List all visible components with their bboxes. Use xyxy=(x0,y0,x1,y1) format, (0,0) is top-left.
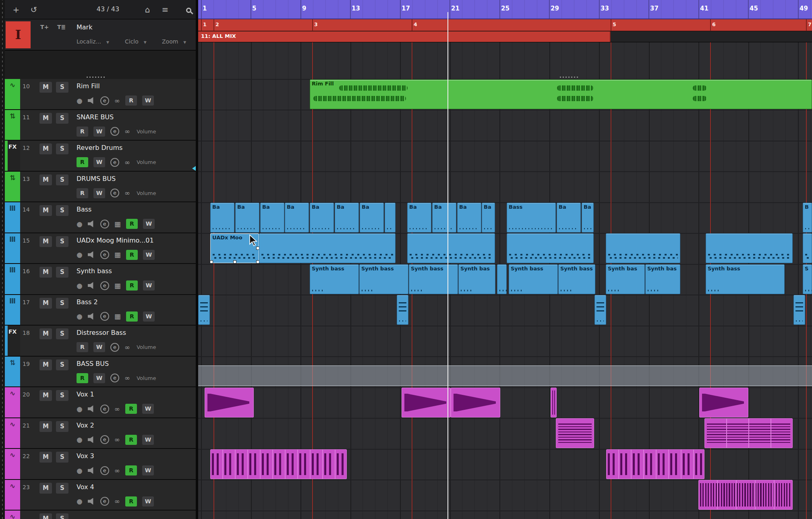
monitor-icon[interactable] xyxy=(88,467,95,474)
clip-handle[interactable] xyxy=(233,260,236,264)
write-automation-button[interactable]: W xyxy=(93,188,105,198)
midi-clip[interactable] xyxy=(397,295,408,325)
write-automation-button[interactable]: W xyxy=(142,496,154,507)
mute-button[interactable]: M xyxy=(39,483,52,494)
record-arm-icon[interactable]: ● xyxy=(77,496,83,506)
read-automation-button[interactable]: R xyxy=(77,342,88,352)
read-automation-button[interactable]: R xyxy=(77,157,88,167)
track-row[interactable]: ⇅13MSDRUMS BUSRWe∞Volume xyxy=(5,172,196,203)
record-arm-icon[interactable]: ● xyxy=(77,311,83,321)
midi-clip[interactable]: Ba xyxy=(457,203,481,233)
write-automation-button[interactable]: W xyxy=(93,157,105,167)
track-row[interactable]: ⇅19MSBASS BUSRWe∞Volume xyxy=(5,357,196,388)
track-row[interactable]: FX18MSDistressor BassRWe∞Volume xyxy=(5,326,196,357)
mute-button[interactable]: M xyxy=(39,143,52,154)
read-automation-button[interactable]: R xyxy=(126,250,138,260)
edit-channel-icon[interactable]: e xyxy=(100,281,109,290)
write-automation-button[interactable]: W xyxy=(143,219,155,229)
read-automation-button[interactable]: R xyxy=(77,373,88,383)
edit-channel-icon[interactable]: e xyxy=(100,250,109,259)
record-arm-icon[interactable]: ● xyxy=(77,435,83,444)
edit-channel-icon[interactable]: e xyxy=(100,435,109,444)
edit-channel-icon[interactable]: e xyxy=(100,497,109,506)
mute-button[interactable]: M xyxy=(39,174,52,185)
write-automation-button[interactable]: W xyxy=(142,465,154,475)
midi-clip[interactable]: Ba xyxy=(557,203,581,233)
cycle-dropdown[interactable]: Ciclo▼ xyxy=(125,38,147,45)
mute-button[interactable]: M xyxy=(39,421,52,432)
mute-button[interactable]: M xyxy=(39,452,52,463)
audio-clip[interactable] xyxy=(698,480,793,510)
monitor-icon[interactable] xyxy=(88,313,95,320)
solo-button[interactable]: S xyxy=(56,236,68,247)
solo-button[interactable]: S xyxy=(56,359,68,370)
midi-clip[interactable]: Ba xyxy=(235,203,259,233)
project-window-icon[interactable]: ⌂ xyxy=(141,3,154,16)
add-marker-icon[interactable]: T+ xyxy=(40,24,49,30)
record-arm-icon[interactable]: ● xyxy=(77,404,83,414)
midi-clip[interactable]: Synth bass xyxy=(509,264,558,294)
mute-button[interactable]: M xyxy=(39,113,52,124)
instrument-icon[interactable]: ▦ xyxy=(114,311,121,321)
midi-clip[interactable] xyxy=(507,233,594,263)
midi-clip[interactable]: Ba xyxy=(310,203,334,233)
midi-clip[interactable]: Synth bass xyxy=(409,264,458,294)
audio-clip[interactable] xyxy=(551,388,557,417)
mute-button[interactable]: M xyxy=(39,513,52,519)
midi-clip[interactable] xyxy=(198,295,210,325)
midi-clip[interactable]: Synth bas xyxy=(606,264,645,294)
link-icon[interactable]: ∞ xyxy=(124,188,130,198)
zoom-dropdown[interactable]: Zoom▼ xyxy=(162,38,186,45)
link-icon[interactable]: ∞ xyxy=(114,466,120,475)
read-automation-button[interactable]: R xyxy=(125,435,137,445)
audio-clip[interactable] xyxy=(402,388,451,417)
midi-clip[interactable]: Ba xyxy=(360,203,384,233)
monitor-icon[interactable] xyxy=(88,498,95,505)
solo-button[interactable]: S xyxy=(56,421,68,432)
edit-channel-icon[interactable]: e xyxy=(100,312,109,321)
monitor-icon[interactable] xyxy=(88,97,95,104)
monitor-icon[interactable] xyxy=(88,251,95,258)
midi-clip[interactable]: Synth bass xyxy=(706,264,785,294)
solo-button[interactable]: S xyxy=(56,483,68,494)
track-row[interactable]: ∿10MSRim Fill●e∞RW xyxy=(5,79,196,110)
track-row[interactable]: ∿MS●e∞RW xyxy=(5,511,196,519)
midi-clip[interactable] xyxy=(793,295,805,325)
edit-channel-icon[interactable]: e xyxy=(110,343,119,352)
midi-clip[interactable]: B xyxy=(803,203,812,233)
edit-channel-icon[interactable]: e xyxy=(110,189,119,197)
track-list-icon[interactable]: ≡ xyxy=(159,3,172,16)
edit-channel-icon[interactable]: e xyxy=(100,96,109,105)
write-automation-button[interactable]: W xyxy=(143,250,155,260)
track-row[interactable]: ∿23MSVox 4●e∞RW xyxy=(5,480,196,511)
solo-button[interactable]: S xyxy=(56,298,68,309)
read-automation-button[interactable]: R xyxy=(125,404,137,414)
write-automation-button[interactable]: W xyxy=(143,311,155,322)
midi-clip[interactable] xyxy=(385,203,396,233)
midi-clip[interactable]: S xyxy=(803,264,812,294)
midi-clip[interactable]: Ba xyxy=(335,203,359,233)
audio-clip[interactable] xyxy=(606,449,704,479)
clip-handle[interactable] xyxy=(210,260,213,264)
instrument-icon[interactable]: ▦ xyxy=(114,250,121,260)
read-automation-button[interactable]: R xyxy=(125,95,137,106)
link-icon[interactable]: ∞ xyxy=(124,127,130,136)
write-automation-button[interactable]: W xyxy=(142,95,154,106)
record-arm-icon[interactable]: ● xyxy=(77,96,83,106)
write-automation-button[interactable]: W xyxy=(142,435,154,445)
midi-clip[interactable]: Synth bass xyxy=(558,264,595,294)
link-icon[interactable]: ∞ xyxy=(114,496,120,506)
solo-button[interactable]: S xyxy=(56,205,68,216)
track-row[interactable]: Ⅲ16MSSynth bass●e▦RW xyxy=(5,264,196,295)
read-automation-button[interactable]: R xyxy=(77,188,88,198)
midi-clip[interactable]: Synth bass xyxy=(359,264,408,294)
solo-button[interactable]: S xyxy=(56,82,68,93)
instrument-icon[interactable]: ▦ xyxy=(114,281,121,291)
write-automation-button[interactable]: W xyxy=(142,404,154,414)
read-automation-button[interactable]: R xyxy=(126,280,138,291)
solo-button[interactable]: S xyxy=(56,328,68,339)
midi-clip[interactable] xyxy=(606,233,680,263)
search-icon[interactable] xyxy=(182,3,195,16)
write-automation-button[interactable]: W xyxy=(93,342,105,352)
mute-button[interactable]: M xyxy=(39,390,52,401)
